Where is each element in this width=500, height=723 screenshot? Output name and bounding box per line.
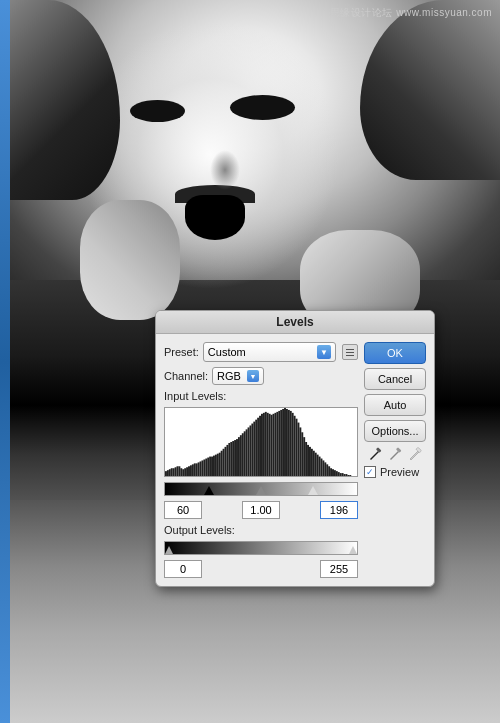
eyedropper-black-icon[interactable] — [367, 446, 383, 462]
svg-rect-50 — [261, 414, 263, 476]
svg-rect-53 — [267, 413, 269, 476]
svg-rect-78 — [315, 453, 317, 476]
svg-rect-71 — [301, 432, 303, 476]
svg-rect-96 — [349, 475, 351, 476]
svg-rect-80 — [319, 457, 321, 476]
svg-rect-28 — [219, 453, 221, 476]
input-slider[interactable] — [164, 482, 358, 496]
eye-right — [230, 95, 295, 120]
svg-rect-8 — [180, 468, 182, 476]
eyedropper-mid-icon[interactable] — [387, 446, 403, 462]
svg-rect-30 — [223, 449, 225, 476]
svg-rect-37 — [236, 439, 238, 476]
svg-rect-45 — [251, 424, 253, 476]
svg-rect-73 — [305, 442, 307, 476]
svg-rect-33 — [228, 443, 230, 476]
preset-menu-button[interactable] — [342, 344, 358, 360]
svg-rect-17 — [198, 462, 200, 476]
svg-rect-59 — [278, 411, 280, 476]
channel-dropdown-arrow: ▼ — [247, 370, 259, 382]
watermark: 思缘设计论坛 www.missyuan.com — [330, 6, 492, 20]
svg-rect-49 — [259, 416, 261, 476]
svg-rect-75 — [309, 447, 311, 476]
svg-rect-9 — [182, 469, 184, 476]
eyedropper-white-icon[interactable] — [407, 446, 423, 462]
svg-rect-35 — [232, 441, 234, 476]
svg-rect-31 — [225, 447, 227, 476]
output-black-thumb[interactable] — [165, 546, 173, 554]
output-white-thumb[interactable] — [349, 546, 357, 554]
dialog-body: Preset: Custom ▼ Channel: RGB ▼ — [156, 334, 434, 586]
input-black-thumb[interactable] — [204, 486, 214, 495]
preset-dropdown[interactable]: Custom ▼ — [203, 342, 336, 362]
svg-rect-86 — [330, 468, 332, 476]
svg-rect-76 — [311, 449, 313, 476]
svg-rect-22 — [207, 458, 209, 476]
svg-rect-15 — [194, 463, 196, 476]
hands-left — [80, 200, 180, 320]
output-black-field[interactable] — [164, 560, 202, 578]
input-mid-thumb[interactable] — [256, 486, 266, 495]
svg-rect-32 — [226, 445, 228, 476]
svg-rect-69 — [297, 423, 299, 476]
dialog-right-panel: OK Cancel Auto Options... — [364, 342, 426, 578]
channel-dropdown[interactable]: RGB ▼ — [212, 367, 264, 385]
svg-rect-68 — [296, 419, 298, 476]
input-levels-label: Input Levels: — [164, 390, 226, 402]
svg-rect-34 — [230, 442, 232, 476]
svg-rect-24 — [211, 457, 213, 476]
output-levels-label: Output Levels: — [164, 524, 235, 536]
svg-rect-46 — [253, 422, 255, 476]
svg-rect-91 — [340, 473, 342, 476]
svg-rect-72 — [303, 437, 305, 476]
svg-rect-12 — [188, 466, 190, 476]
input-levels-row: Input Levels: — [164, 390, 358, 402]
svg-rect-18 — [200, 461, 202, 476]
input-black-field[interactable] — [164, 501, 202, 519]
output-slider[interactable] — [164, 541, 358, 555]
svg-rect-29 — [221, 451, 223, 476]
svg-rect-11 — [186, 467, 188, 476]
svg-rect-10 — [184, 468, 186, 476]
input-level-fields — [164, 501, 358, 519]
svg-rect-51 — [263, 413, 265, 476]
svg-rect-84 — [326, 464, 328, 476]
output-white-field[interactable] — [320, 560, 358, 578]
input-white-field[interactable] — [320, 501, 358, 519]
cancel-button[interactable]: Cancel — [364, 368, 426, 390]
svg-rect-54 — [269, 414, 271, 476]
mouth — [185, 195, 245, 240]
svg-rect-43 — [248, 427, 250, 476]
svg-rect-40 — [242, 433, 244, 476]
preview-label: Preview — [380, 466, 419, 478]
output-levels-label-row: Output Levels: — [164, 524, 358, 536]
svg-rect-23 — [209, 457, 211, 476]
svg-rect-92 — [342, 473, 344, 476]
svg-rect-57 — [274, 413, 276, 476]
ok-button[interactable]: OK — [364, 342, 426, 364]
svg-rect-1 — [167, 470, 169, 476]
histogram-svg — [165, 408, 357, 476]
svg-rect-61 — [282, 409, 284, 476]
svg-rect-66 — [292, 413, 294, 476]
input-mid-field[interactable] — [242, 501, 280, 519]
input-white-thumb[interactable] — [308, 486, 318, 495]
svg-rect-7 — [178, 466, 180, 476]
svg-rect-67 — [294, 416, 296, 476]
svg-rect-6 — [177, 466, 179, 476]
svg-rect-64 — [288, 410, 290, 476]
svg-rect-81 — [321, 459, 323, 476]
svg-rect-39 — [240, 435, 242, 476]
output-level-fields — [164, 560, 358, 578]
preview-checkbox[interactable] — [364, 466, 376, 478]
svg-rect-3 — [171, 468, 173, 476]
svg-rect-36 — [234, 440, 236, 476]
svg-rect-38 — [238, 437, 240, 476]
options-button[interactable]: Options... — [364, 420, 426, 442]
svg-rect-87 — [332, 469, 334, 476]
channel-row: Channel: RGB ▼ — [164, 367, 358, 385]
auto-button[interactable]: Auto — [364, 394, 426, 416]
svg-rect-95 — [347, 475, 349, 476]
svg-rect-88 — [334, 470, 336, 476]
dialog-titlebar: Levels — [156, 311, 434, 334]
